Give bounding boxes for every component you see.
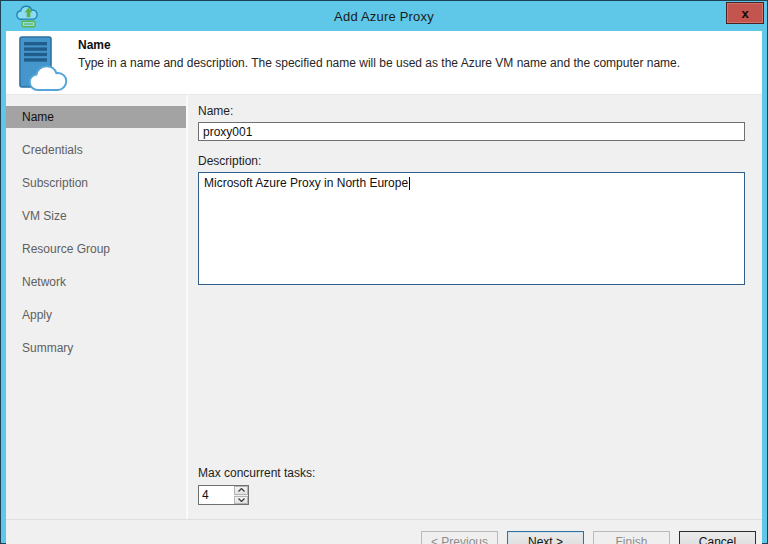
dialog-content: Name Type in a name and description. The… [6, 31, 762, 544]
cloud-upload-icon [14, 5, 42, 29]
previous-button[interactable]: < Previous [421, 531, 498, 544]
description-field-label: Description: [198, 154, 762, 168]
sidebar-item-summary[interactable]: Summary [6, 337, 186, 359]
name-input[interactable] [198, 122, 745, 141]
sidebar-item-subscription[interactable]: Subscription [6, 172, 186, 194]
window-title: Add Azure Proxy [6, 9, 762, 24]
chevron-down-icon [238, 498, 245, 502]
titlebar[interactable]: Add Azure Proxy x [6, 1, 762, 31]
cancel-button[interactable]: Cancel [679, 531, 756, 544]
name-step-form: Name: Description: Microsoft Azure Proxy… [188, 95, 762, 519]
sidebar-item-apply[interactable]: Apply [6, 304, 186, 326]
azure-proxy-server-icon [12, 36, 74, 92]
step-description: Type in a name and description. The spec… [78, 56, 680, 70]
spin-up-button[interactable] [234, 486, 248, 495]
sidebar-item-resource-group[interactable]: Resource Group [6, 238, 186, 260]
name-field-label: Name: [198, 104, 762, 118]
sidebar-item-vm-size[interactable]: VM Size [6, 205, 186, 227]
sidebar-item-credentials[interactable]: Credentials [6, 139, 186, 161]
step-title: Name [78, 38, 680, 52]
spin-down-button[interactable] [234, 496, 248, 505]
max-tasks-stepper [198, 485, 249, 505]
sidebar-item-network[interactable]: Network [6, 271, 186, 293]
next-button[interactable]: Next > [507, 531, 584, 544]
sidebar-item-name[interactable]: Name [6, 106, 186, 128]
wizard-steps-sidebar: Name Credentials Subscription VM Size Re… [6, 95, 188, 519]
wizard-buttons: < Previous Next > Finish Cancel [6, 519, 762, 544]
wizard-step-banner: Name Type in a name and description. The… [6, 31, 762, 95]
text-caret [409, 177, 410, 190]
finish-button[interactable]: Finish [593, 531, 670, 544]
max-tasks-input[interactable] [199, 486, 234, 504]
close-icon[interactable]: x [726, 2, 764, 24]
add-azure-proxy-dialog: Add Azure Proxy x Name Type in a name an… [0, 0, 768, 544]
chevron-up-icon [238, 488, 245, 492]
max-tasks-label: Max concurrent tasks: [198, 466, 315, 480]
description-input[interactable]: Microsoft Azure Proxy in North Europe [198, 172, 745, 285]
